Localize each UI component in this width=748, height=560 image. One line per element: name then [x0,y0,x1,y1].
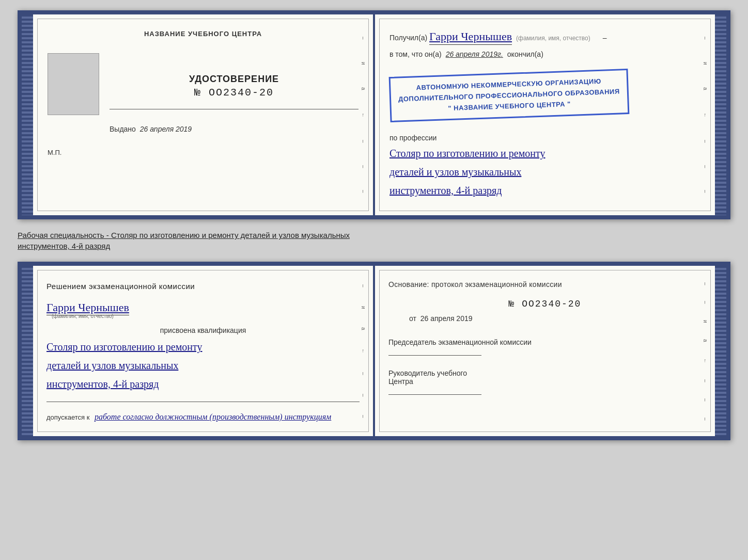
recipient-name: Гарри Чернышев [429,30,512,45]
director-sig [388,394,481,395]
completion-date: 26 апреля 2019г. [446,50,503,58]
description-line1: Рабочая специальность - Столяр по изгото… [18,231,350,239]
description-text: Рабочая специальность - Столяр по изгото… [18,228,730,253]
director-label: Руководитель учебного Центра [388,369,702,386]
photo-placeholder [48,53,99,115]
right-side-marks: – и а ← – – – [702,14,709,215]
profession-line1: Столяр по изготовлению и ремонту [389,144,700,163]
profession-label: по профессии [389,134,700,142]
right-binding-strip [715,14,726,215]
decision-text: Решением экзаменационной комиссии [46,280,360,293]
chairman-sig [388,355,481,356]
date-prefix: от [409,314,416,323]
completion-line: в том, что он(а) 26 апреля 2019г. окончи… [389,50,700,58]
bottom-left-binding [22,266,33,436]
bottom-left-page: Решением экзаменационной комиссии Гарри … [33,266,375,436]
protocol-date-line: от 26 апреля 2019 [388,314,702,323]
institution-name-header: НАЗВАНИЕ УЧЕБНОГО ЦЕНТРА [48,30,359,38]
protocol-number-container: № OO2340-20 [388,299,702,309]
issued-date: 26 апреля 2019 [140,125,192,133]
mp-label: М.П. [48,149,359,156]
bottom-fio-hint: (фамилия, имя, отчество) [52,313,360,319]
description-line2: инструментов, 4-й разряд [18,242,110,250]
in-that-label: в том, что он(а) [389,50,442,58]
director-signature-line [388,389,702,398]
side-mark-2: и [361,62,366,65]
allowed-prefix: допускается к [46,413,89,421]
issued-line: Выдано 26 апреля 2019 [110,125,359,133]
top-right-page: Получил(а) Гарри Чернышев (фамилия, имя,… [375,14,715,215]
profession-text: Столяр по изготовлению и ремонту деталей… [389,144,700,200]
bottom-name-line: Гарри Чернышев [46,301,360,314]
side-mark-1: – [361,37,366,40]
side-mark-6: – [361,165,366,168]
fio-hint: (фамилия, имя, отчество) [516,35,590,42]
cert-title: УДОСТОВЕРЕНИЕ [110,74,359,85]
received-label: Получил(а) [389,34,427,42]
issued-label: Выдано [110,125,136,133]
org-stamp-container: АВТОНОМНУЮ НЕКОММЕРЧЕСКУЮ ОРГАНИЗАЦИЮ ДО… [389,68,629,123]
side-marks: – и а ← – – – [360,14,367,215]
left-binding-strip [22,14,33,215]
org-stamp: АВТОНОМНУЮ НЕКОММЕРЧЕСКУЮ ОРГАНИЗАЦИЮ ДО… [389,69,630,122]
basis-label: Основание: протокол экзаменационной коми… [388,280,702,289]
bottom-right-binding [715,266,726,436]
profession-line3: инструментов, 4-й разряд [389,181,700,200]
top-left-page: НАЗВАНИЕ УЧЕБНОГО ЦЕНТРА УДОСТОВЕРЕНИЕ №… [33,14,375,215]
top-document-spread: НАЗВАНИЕ УЧЕБНОГО ЦЕНТРА УДОСТОВЕРЕНИЕ №… [18,10,730,219]
chairman-signature-line [388,349,702,359]
side-mark-3: а [361,87,366,90]
protocol-number: № OO2340-20 [509,299,582,309]
side-mark-5: – [361,140,366,143]
finished-label: окончил(а) [507,50,543,58]
bottom-left-side-marks: – и а ← – – – [360,266,367,436]
allowed-line: допускается к работе согласно должностны… [46,412,360,422]
recipient-line: Получил(а) Гарри Чернышев (фамилия, имя,… [389,30,700,45]
qualification-label: присвоена квалификация [46,326,360,334]
bottom-right-side-marks: – – и а ← – – – [702,266,709,436]
side-mark-4: ← [361,113,366,118]
side-mark-7: – [361,190,366,193]
allowed-text: работе согласно должностным (производств… [95,412,331,421]
bottom-prof-line3: инструментов, 4-й разряд [46,375,360,393]
chairman-label: Председатель экзаменационной комиссии [388,338,702,346]
profession-line2: деталей и узлов музыкальных [389,163,700,181]
bottom-prof-line1: Столяр по изготовлению и ремонту [46,338,360,356]
bottom-prof-line2: деталей и узлов музыкальных [46,356,360,375]
bottom-profession-text: Столяр по изготовлению и ремонту деталей… [46,338,360,393]
bottom-document-spread: Решением экзаменационной комиссии Гарри … [18,262,730,440]
protocol-date: 26 апреля 2019 [420,314,473,323]
bottom-right-page: Основание: протокол экзаменационной коми… [375,266,715,436]
cert-number: № OO2340-20 [110,87,359,99]
